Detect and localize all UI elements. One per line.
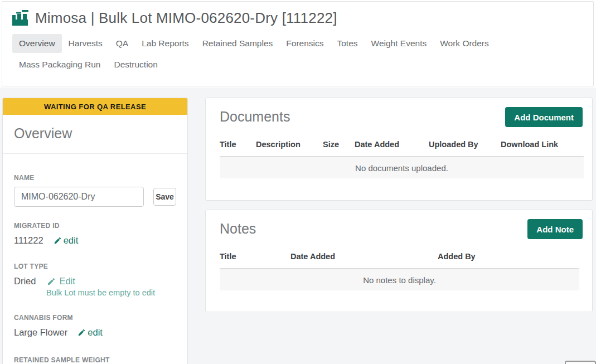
pencil-icon [54, 236, 62, 245]
documents-header-row: Title Description Size Date Added Upload… [220, 140, 584, 157]
overview-sidebar: WAITING FOR QA RELEASE Overview NAME Sav… [2, 98, 188, 364]
lot-type-edit-link[interactable]: Edit [47, 276, 75, 287]
tab-harvests[interactable]: Harvests [62, 34, 109, 53]
lot-type-label: LOT TYPE [14, 263, 176, 270]
tab-lab-reports[interactable]: Lab Reports [135, 34, 195, 53]
migrated-id-row: 111222 edit [14, 235, 176, 246]
cannabis-form-label: CANNABIS FORM [14, 314, 176, 322]
tab-bar-row1: Overview Harvests QA Lab Reports Retaine… [2, 34, 593, 53]
column-header-uploaded-by: Uploaded By [429, 140, 501, 157]
header-card: Mimosa | Bulk Lot MIMO-062620-Dry [11122… [2, 1, 594, 86]
column-header-title: Title [220, 252, 290, 269]
retained-sample-weight-label: RETAINED SAMPLE WEIGHT [14, 356, 176, 364]
tab-weight-events[interactable]: Weight Events [365, 34, 434, 53]
tab-work-orders[interactable]: Work Orders [433, 34, 496, 53]
sidebar-heading-wrap: Overview [3, 115, 187, 154]
tab-bar-row2: Mass Packaging Run Destruction [2, 55, 593, 74]
sidebar-heading: Overview [14, 125, 176, 142]
tab-forensics[interactable]: Forensics [279, 34, 330, 53]
tab-qa[interactable]: QA [109, 34, 135, 53]
scroll-corner-widget[interactable] [565, 361, 596, 364]
documents-card: Documents Add Document Title Description… [205, 98, 593, 201]
status-badge: WAITING FOR QA RELEASE [3, 98, 187, 115]
tab-destruction[interactable]: Destruction [107, 55, 164, 74]
tab-overview[interactable]: Overview [12, 34, 62, 53]
documents-table: Title Description Size Date Added Upload… [220, 140, 584, 178]
cannabis-form-row: Large Flower edit [14, 327, 176, 338]
documents-empty-row: No documents uploaded. [220, 157, 584, 178]
edit-link-label: edit [88, 327, 103, 338]
notes-card: Notes Add Note Title Date Added Added By… [205, 210, 593, 312]
tab-retained-samples[interactable]: Retained Samples [196, 34, 280, 53]
tab-mass-packaging-run[interactable]: Mass Packaging Run [12, 55, 107, 74]
name-input[interactable] [14, 187, 144, 207]
column-header-download-link: Download Link [501, 140, 584, 157]
column-header-date-added: Date Added [290, 252, 438, 269]
column-header-description: Description [256, 140, 323, 157]
cannabis-form-value: Large Flower [14, 327, 67, 338]
notes-header-row: Title Date Added Added By [220, 252, 579, 269]
column-header-title: Title [220, 140, 256, 157]
notes-empty-message: No notes to display. [220, 269, 579, 290]
notes-empty-row: No notes to display. [220, 269, 579, 290]
page-title: Mimosa | Bulk Lot MIMO-062620-Dry [11122… [35, 9, 337, 27]
lot-type-row: Dried Edit [14, 276, 176, 287]
migrated-id-value: 111222 [14, 235, 43, 246]
lot-type-value: Dried [14, 276, 36, 287]
factory-icon [11, 10, 29, 27]
column-header-date-added: Date Added [355, 140, 429, 157]
pencil-icon [47, 277, 56, 286]
edit-link-label: edit [64, 235, 79, 246]
tab-totes[interactable]: Totes [330, 34, 364, 53]
sidebar-body: NAME Save MIGRATED ID 111222 edit LOT TY… [3, 174, 187, 364]
name-row: Save [14, 187, 176, 207]
lot-type-note: Bulk Lot must be empty to edit [46, 288, 176, 297]
cannabis-form-edit-link[interactable]: edit [77, 327, 103, 338]
name-label: NAME [14, 174, 176, 182]
column-header-added-by: Added By [438, 252, 579, 269]
documents-empty-message: No documents uploaded. [220, 157, 584, 178]
save-button[interactable]: Save [153, 188, 176, 206]
migrated-id-edit-link[interactable]: edit [54, 235, 79, 246]
column-header-size: Size [323, 140, 355, 157]
migrated-id-label: MIGRATED ID [14, 222, 176, 230]
pencil-icon [77, 328, 86, 337]
title-row: Mimosa | Bulk Lot MIMO-062620-Dry [11122… [2, 2, 593, 27]
add-document-button[interactable]: Add Document [505, 107, 583, 127]
add-note-button[interactable]: Add Note [527, 219, 583, 239]
notes-table: Title Date Added Added By No notes to di… [220, 252, 579, 290]
edit-link-label: Edit [59, 276, 75, 287]
